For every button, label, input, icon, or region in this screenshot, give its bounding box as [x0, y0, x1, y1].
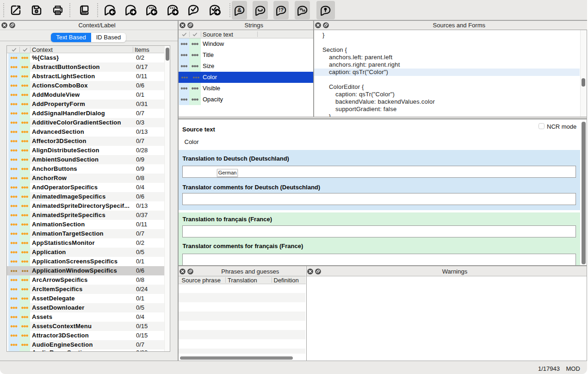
svg-text:&: &	[237, 6, 241, 13]
svg-text:!?: !?	[279, 6, 284, 13]
